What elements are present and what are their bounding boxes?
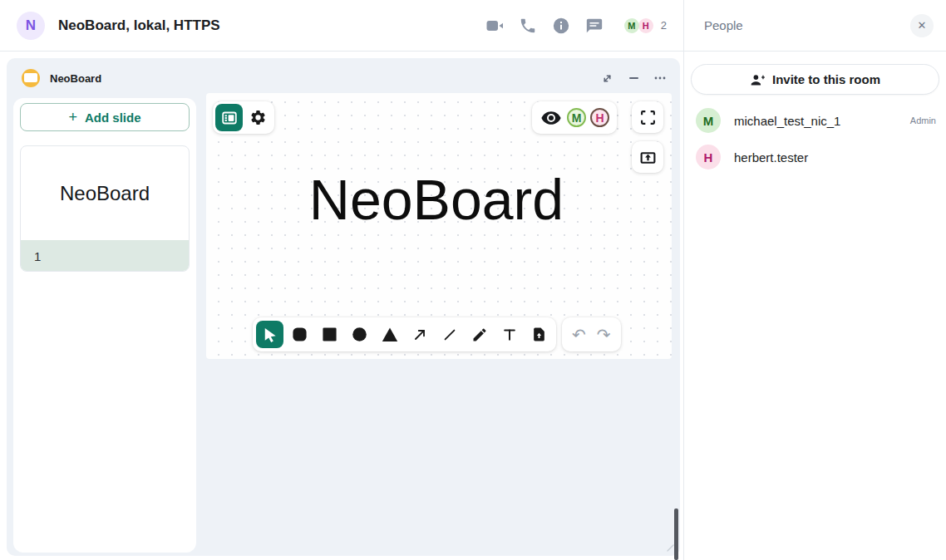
collaborator-avatar-letter: M: [572, 111, 582, 125]
chat-icon: [585, 17, 604, 35]
history-toolbar: ↶ ↷: [562, 317, 621, 351]
undo-button[interactable]: ↶: [572, 327, 586, 343]
import-image-tool[interactable]: [525, 321, 553, 348]
voice-call-button[interactable]: [518, 16, 538, 36]
widget-header: NeoBoard: [7, 58, 680, 98]
presence-toolbar: M H: [532, 101, 617, 134]
widget-icon: [22, 69, 40, 87]
line-icon: [441, 327, 458, 343]
minimize-icon: [629, 77, 638, 79]
member-row[interactable]: H herbert.tester: [684, 139, 946, 175]
participant-count: 2: [661, 19, 667, 32]
invite-button-label: Invite to this room: [772, 72, 880, 86]
upload-icon: [639, 149, 657, 166]
widget-more-options-button[interactable]: [653, 71, 667, 85]
rectangle-icon: [322, 327, 338, 342]
close-people-panel-button[interactable]: ✕: [910, 14, 934, 37]
chat-button[interactable]: [584, 16, 604, 36]
room-title[interactable]: NeoBoard, lokal, HTTPS: [58, 17, 220, 34]
text-tool[interactable]: [495, 321, 523, 348]
triangle-tool[interactable]: [376, 321, 403, 348]
room-avatar-letter: N: [26, 17, 36, 34]
export-board-button[interactable]: [632, 141, 663, 173]
text-icon: [501, 327, 518, 343]
eye-icon: [540, 107, 562, 129]
member-list: M michael_test_nic_1 Admin H herbert.tes…: [684, 102, 946, 175]
member-row[interactable]: M michael_test_nic_1 Admin: [684, 102, 946, 139]
facepile-avatar-letter: H: [643, 21, 649, 31]
settings-button[interactable]: [244, 104, 272, 131]
voice-call-icon: [519, 17, 537, 35]
plus-icon: +: [68, 110, 77, 125]
undo-icon: ↶: [572, 326, 586, 344]
arrow-icon: [411, 327, 428, 343]
member-role-badge: Admin: [910, 115, 936, 125]
slide-thumbnail[interactable]: NeoBoard 1: [20, 145, 190, 272]
add-slide-label: Add slide: [85, 111, 141, 125]
close-icon: ✕: [918, 19, 927, 32]
member-name: michael_test_nic_1: [734, 114, 840, 128]
facepile-avatar: H: [638, 18, 653, 33]
neoboard-widget: NeoBoard + Add slide NeoBoard 1 NeoBoard: [7, 58, 680, 556]
add-slide-button[interactable]: + Add slide: [20, 103, 190, 131]
triangle-icon: [382, 327, 398, 343]
info-icon: [552, 17, 570, 35]
member-avatar: H: [696, 145, 721, 169]
slides-panel: + Add slide NeoBoard 1: [13, 98, 196, 553]
slide-number: 1: [21, 240, 189, 272]
toggle-slides-panel-button[interactable]: [215, 104, 243, 131]
canvas-top-left-toolbar: [213, 101, 274, 134]
presentation-view-button[interactable]: [540, 106, 563, 130]
room-info-button[interactable]: [551, 16, 571, 36]
member-name: herbert.tester: [734, 150, 808, 165]
whiteboard-canvas[interactable]: NeoBoard M H: [206, 93, 672, 359]
widget-minimize-button[interactable]: [627, 71, 640, 85]
invite-to-room-button[interactable]: Invite to this room: [691, 64, 939, 95]
people-panel: People ✕ Invite to this room M michael_t…: [683, 0, 946, 560]
slides-panel-icon: [221, 110, 238, 126]
collaborator-avatar[interactable]: M: [567, 108, 586, 127]
more-options-icon: [653, 71, 667, 85]
room-header: N NeoBoard, lokal, HTTPS M H 2: [0, 0, 683, 52]
cursor-icon: [262, 327, 278, 343]
rounded-rectangle-icon: [292, 327, 308, 342]
select-tool[interactable]: [256, 321, 283, 348]
member-avatar: M: [696, 108, 721, 133]
participants-facepile[interactable]: M H 2: [624, 18, 667, 33]
circle-icon: [352, 327, 367, 342]
room-avatar: N: [17, 12, 45, 40]
fullscreen-button[interactable]: [632, 101, 663, 133]
video-call-button[interactable]: [485, 16, 505, 36]
video-call-icon: [485, 16, 505, 36]
ellipse-tool[interactable]: [346, 321, 373, 348]
slide-preview-text: NeoBoard: [21, 146, 189, 240]
widget-title: NeoBoard: [50, 72, 101, 85]
person-add-icon: [750, 72, 765, 87]
arrow-tool[interactable]: [406, 321, 433, 348]
file-upload-icon: [531, 327, 547, 342]
board-text-element[interactable]: NeoBoard: [309, 171, 564, 228]
pencil-tool[interactable]: [466, 321, 493, 348]
people-panel-title: People: [704, 18, 743, 32]
facepile-avatar-letter: M: [628, 21, 635, 31]
rectangle-tool[interactable]: [316, 321, 343, 348]
pencil-icon: [471, 327, 488, 343]
member-avatar-letter: H: [704, 150, 713, 165]
member-avatar-letter: M: [703, 114, 714, 128]
redo-button[interactable]: ↷: [597, 327, 611, 343]
facepile-avatar: M: [624, 18, 639, 33]
collaborator-avatar-letter: H: [595, 111, 604, 125]
rounded-rectangle-tool[interactable]: [286, 321, 313, 348]
drawing-toolbar: [253, 317, 556, 351]
gear-icon: [249, 109, 267, 126]
redo-icon: ↷: [597, 326, 611, 344]
vertical-scrollbar[interactable]: [674, 508, 678, 560]
line-tool[interactable]: [436, 321, 463, 348]
widget-expand-button[interactable]: [600, 71, 613, 85]
collaborator-avatar[interactable]: H: [590, 108, 609, 127]
expand-icon: [601, 72, 613, 85]
fullscreen-icon: [640, 110, 656, 125]
